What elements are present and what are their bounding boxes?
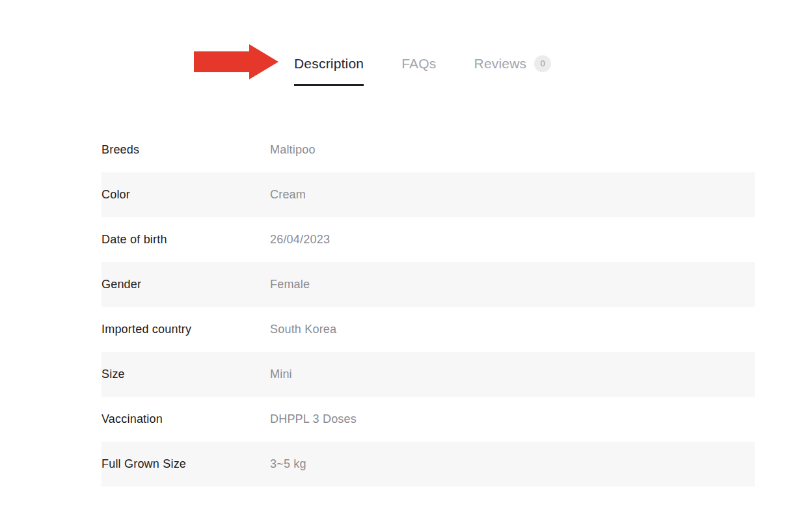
spec-row-date-of-birth: Date of birth 26/04/2023 [102, 217, 755, 262]
spec-row-gender: Gender Female [102, 262, 755, 307]
spec-value: South Korea [270, 323, 755, 336]
spec-label: Full Grown Size [102, 457, 270, 471]
spec-label: Vaccination [102, 412, 270, 426]
tab-description-label: Description [294, 55, 364, 73]
spec-value: Female [270, 278, 755, 291]
reviews-count-badge: 0 [534, 55, 551, 72]
tab-faqs-label: FAQs [401, 55, 436, 73]
spec-label: Size [102, 368, 270, 381]
red-arrow-shape [194, 44, 278, 79]
spec-label: Imported country [102, 323, 270, 336]
product-description-page: Description FAQs Reviews 0 Breeds Maltip… [0, 0, 812, 510]
spec-row-breeds: Breeds Maltipoo [102, 128, 755, 172]
tab-reviews-label: Reviews [474, 55, 527, 73]
spec-table: Breeds Maltipoo Color Cream Date of birt… [102, 128, 755, 487]
spec-label: Breeds [102, 143, 270, 157]
spec-value: 26/04/2023 [270, 233, 755, 247]
spec-row-imported-country: Imported country South Korea [102, 307, 755, 352]
spec-value: Maltipoo [270, 143, 755, 157]
spec-label: Date of birth [102, 233, 270, 247]
tab-reviews[interactable]: Reviews 0 [474, 55, 552, 86]
red-arrow-icon [194, 44, 278, 79]
tab-faqs[interactable]: FAQs [401, 55, 436, 86]
spec-value: Cream [270, 188, 755, 202]
spec-row-size: Size Mini [102, 352, 755, 397]
spec-value: DHPPL 3 Doses [270, 412, 755, 426]
spec-label: Gender [102, 278, 270, 291]
spec-value: 3~5 kg [270, 457, 755, 471]
spec-row-color: Color Cream [102, 172, 755, 217]
spec-row-vaccination: Vaccination DHPPL 3 Doses [102, 397, 755, 442]
spec-label: Color [102, 188, 270, 202]
product-tabs: Description FAQs Reviews 0 [294, 55, 551, 86]
spec-value: Mini [270, 368, 755, 381]
spec-row-full-grown-size: Full Grown Size 3~5 kg [102, 442, 755, 487]
tab-description[interactable]: Description [294, 55, 364, 86]
